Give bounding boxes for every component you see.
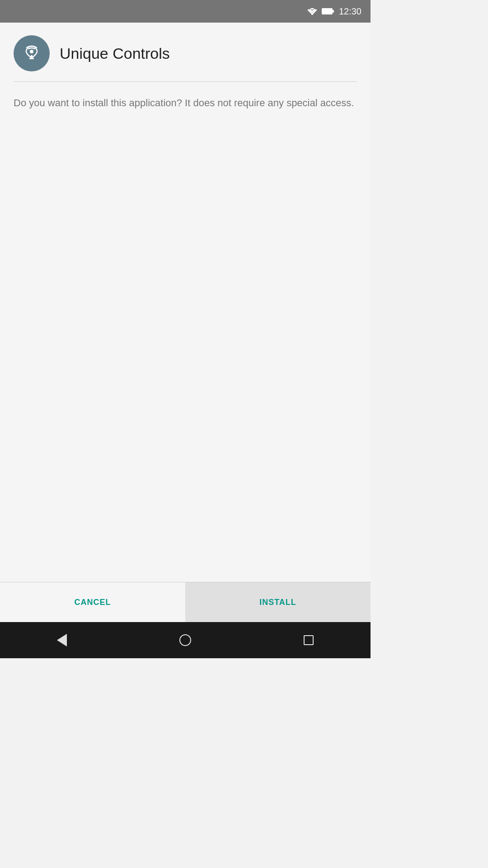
back-button[interactable] — [48, 627, 75, 654]
cancel-button[interactable]: CANCEL — [0, 582, 185, 622]
status-icons: 12:30 — [307, 6, 361, 17]
svg-rect-4 — [322, 8, 333, 14]
status-bar: 12:30 — [0, 0, 371, 23]
install-description: Do you want to install this application?… — [0, 82, 371, 124]
svg-rect-5 — [333, 10, 334, 13]
battery-icon — [322, 8, 334, 15]
content-spacer — [0, 124, 371, 582]
navigation-bar — [0, 622, 371, 658]
svg-rect-9 — [29, 58, 34, 59]
install-button[interactable]: INSTALL — [185, 582, 371, 622]
recents-icon — [304, 635, 314, 645]
app-icon-image — [22, 43, 42, 63]
app-title: Unique Controls — [60, 45, 170, 62]
app-header: Unique Controls — [0, 23, 371, 81]
app-icon — [14, 35, 50, 71]
wifi-icon — [307, 8, 317, 15]
main-content: Unique Controls Do you want to install t… — [0, 23, 371, 622]
svg-point-7 — [30, 50, 33, 53]
action-buttons: CANCEL INSTALL — [0, 582, 371, 622]
recents-button[interactable] — [295, 627, 322, 654]
back-icon — [57, 634, 67, 646]
home-icon — [179, 634, 191, 646]
status-time: 12:30 — [339, 6, 361, 17]
home-button[interactable] — [172, 627, 199, 654]
